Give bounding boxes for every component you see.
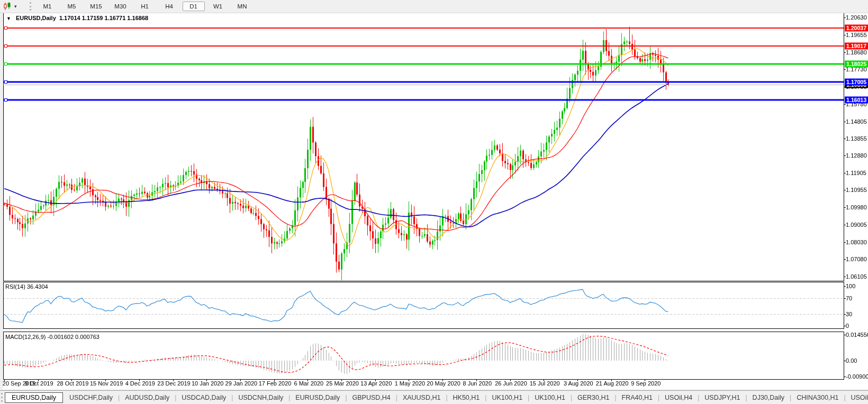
hline-price-badge[interactable]: 1.20037	[845, 25, 868, 32]
hline-price-badge[interactable]: 1.19017	[845, 43, 868, 50]
hline-price-badge[interactable]: 1.16013	[845, 96, 868, 103]
macd-indicator-label: MACD(12,26,9) -0.001602 0.000763	[5, 334, 100, 340]
price-axis-tick: 1.09005	[846, 222, 867, 228]
price-axis-tick: 1.12880	[846, 152, 867, 159]
time-axis-label: 1 May 2020	[395, 380, 425, 387]
timeframe-button-M15[interactable]: M15	[85, 2, 107, 11]
chart-symbol-label: EURUSD,Daily	[16, 15, 56, 21]
timeframe-button-group: M1M5M15M30H1H4D1W1MN	[37, 2, 256, 11]
time-axis-label: 13 Apr 2020	[360, 380, 392, 387]
chart-tab-DJ30-Daily[interactable]: DJ30,Daily	[747, 393, 790, 402]
time-axis-label: 29 Jan 2020	[225, 380, 258, 387]
chart-tab-USDCNH-Daily[interactable]: USDCNH,Daily	[233, 393, 288, 402]
time-axis-label: 9 Oct 2019	[25, 380, 53, 387]
chart-tab-HK50-H1[interactable]: HK50,H1	[448, 393, 485, 402]
timeframe-button-H1[interactable]: H1	[134, 2, 156, 11]
time-axis-label: 20 May 2020	[427, 380, 460, 387]
chart-tab-AUDUSD-Daily[interactable]: AUDUSD,Daily	[120, 393, 175, 402]
time-axis-label: 25 Mar 2020	[326, 380, 359, 387]
chart-tab-USDCHF-Daily[interactable]: USDCHF,Daily	[64, 393, 118, 402]
toolbar-grip	[30, 2, 31, 11]
rsi-indicator-label: RSI(14) 36.4304	[5, 283, 48, 290]
rsi-axis-tick: 0	[846, 323, 849, 329]
rsi-axis-tick: 30	[846, 311, 852, 317]
timeframe-button-D1[interactable]: D1	[183, 2, 205, 11]
timeframe-button-M1[interactable]: M1	[37, 2, 59, 11]
rsi-axis-tick: 70	[846, 295, 852, 301]
time-axis-label: 9 Sep 2020	[631, 380, 661, 387]
price-axis-tick: 1.14805	[846, 118, 867, 125]
macd-axis-tick: -0.009001	[846, 373, 868, 380]
chart-tab-USOil-H4[interactable]: USOil,H4	[659, 393, 698, 402]
chart-tab-GER30-H1[interactable]: GER30,H1	[572, 393, 614, 402]
price-axis-tick: 1.09980	[846, 204, 867, 210]
price-axis-tick: 1.07080	[846, 256, 867, 262]
timeframe-button-H4[interactable]: H4	[158, 2, 180, 11]
timeframe-button-M30[interactable]: M30	[110, 2, 132, 11]
chart-tab-USOil-H1[interactable]: USOil,H1	[846, 393, 868, 402]
price-axis-tick: 1.13855	[846, 135, 867, 142]
price-axis-tick: 1.11905	[846, 170, 866, 176]
chart-tab-EURUSD-Daily[interactable]: EURUSD,Daily	[290, 393, 345, 402]
hline-price-badge[interactable]: 1.17005	[845, 79, 868, 86]
time-axis-label: 3 Aug 2020	[564, 380, 593, 387]
chart-title: ▼ EURUSD,Daily 1.17014 1.17159 1.16771 1…	[6, 15, 148, 21]
time-axis-label: 15 Jul 2020	[530, 380, 560, 387]
price-axis-tick: 1.06105	[846, 273, 867, 280]
macd-axis-tick: 0.014556	[846, 332, 868, 338]
chart-tab-UK100-H1[interactable]: UK100,H1	[486, 393, 528, 402]
chart-tab-UK100-H1[interactable]: UK100,H1	[529, 393, 571, 402]
time-axis-label: 23 Dec 2019	[157, 380, 190, 387]
chart-overlay: ▼ EURUSD,Daily 1.17014 1.17159 1.16771 1…	[0, 0, 868, 404]
tabbar-grip	[1, 393, 3, 402]
collapse-triangle-icon[interactable]: ▼	[6, 16, 11, 21]
price-axis-tick: 1.19655	[846, 32, 867, 38]
macd-axis-tick: 0.00	[846, 357, 857, 364]
price-axis-tick: 1.18680	[846, 49, 867, 56]
chart-tab-bar: EURUSD,DailyUSDCHF,Daily|AUDUSD,Daily|US…	[0, 390, 868, 404]
timeframe-button-W1[interactable]: W1	[207, 2, 229, 11]
price-axis-tick: 1.08030	[846, 239, 867, 245]
time-axis-label: 10 Jan 2020	[192, 380, 224, 387]
time-axis-label: 6 Mar 2020	[294, 380, 323, 387]
chart-ohlc-values: 1.17014 1.17159 1.16771 1.16868	[59, 15, 148, 21]
hline-price-badge[interactable]: 1.18025	[845, 60, 868, 67]
timeframe-button-MN[interactable]: MN	[231, 2, 254, 11]
time-axis-label: 28 Oct 2019	[57, 380, 88, 387]
price-axis-tick: 1.20630	[846, 14, 867, 21]
chart-tool-group[interactable]: ▾	[3, 2, 17, 11]
time-axis-label: 15 Nov 2019	[90, 380, 123, 387]
chart-tab-CHINA300-H1[interactable]: CHINA300,H1	[791, 393, 844, 402]
candlestick-chart-icon[interactable]	[3, 2, 13, 11]
rsi-axis-tick: 100	[846, 283, 855, 289]
chart-tab-FRA40-H1[interactable]: FRA40,H1	[617, 393, 658, 402]
time-axis-label: 21 Aug 2020	[596, 380, 629, 387]
chevron-down-icon[interactable]: ▾	[14, 4, 17, 9]
time-axis-label: 26 Jun 2020	[495, 380, 527, 387]
top-toolbar: ▾ M1M5M15M30H1H4D1W1MN	[0, 0, 868, 13]
chart-tab-EURUSD-Daily[interactable]: EURUSD,Daily	[5, 392, 63, 403]
chart-tab-USDCAD-Daily[interactable]: USDCAD,Daily	[176, 393, 231, 402]
price-axis-tick: 1.10955	[846, 187, 867, 193]
chart-tab-GBPUSD-H4[interactable]: GBPUSD,H4	[347, 393, 396, 402]
chart-tab-USDJPY-H1[interactable]: USDJPY,H1	[699, 393, 745, 402]
chart-tab-XAUUSD-H1[interactable]: XAUUSD,H1	[397, 393, 446, 402]
time-axis-label: 17 Feb 2020	[259, 380, 292, 387]
time-axis-label: 4 Dec 2019	[125, 380, 155, 387]
timeframe-button-M5[interactable]: M5	[61, 2, 83, 11]
time-axis-label: 8 Jun 2020	[463, 380, 492, 387]
